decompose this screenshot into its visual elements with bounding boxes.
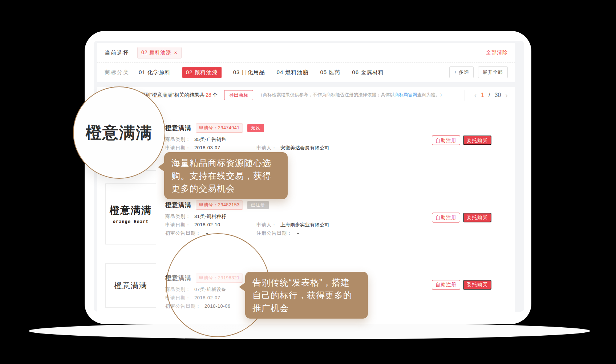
- field-line: 商品类别：35类-广告销售: [165, 137, 329, 142]
- category-item[interactable]: 01 化学原料: [139, 67, 171, 78]
- row-fields: 商品类别：35类-广告销售申请日期：2018-03-07申请人：安徽美达会展有限…: [165, 137, 329, 150]
- field-line: 申请日期：2018-02-10申请人：上海雨步实业有限公司: [165, 222, 329, 227]
- results-count: 28: [204, 92, 212, 98]
- trademark-image-subtext: orange Heart: [113, 219, 149, 224]
- trademark-image: 橙意满满 orange Heart: [105, 183, 156, 244]
- field-value: 2018-02-10: [194, 222, 220, 227]
- status-badge: 已注册: [247, 201, 269, 209]
- self-register-button[interactable]: 自助注册: [432, 136, 460, 145]
- category-item[interactable]: 05 医药: [320, 67, 340, 78]
- expand-all-button[interactable]: 展开全部: [478, 66, 508, 78]
- disclaimer-text-before: （商标检索结果仅供参考，不作为商标能否注册的法律依据；具体以: [258, 92, 394, 97]
- stage: 当前选择 02 颜料油漆 × 全部清除 商标分类 01 化学原料02 颜料油漆0…: [0, 0, 616, 364]
- clear-all-link[interactable]: 全部清除: [486, 49, 508, 56]
- field-value: 安徽美达会展有限公司: [280, 145, 329, 150]
- field-pair: 申请人：安徽美达会展有限公司: [256, 145, 329, 150]
- row-title-line: 橙意满满 申请号：29482153 已注册: [165, 201, 329, 210]
- selected-filter-tag-text: 02 颜料油漆: [141, 49, 171, 56]
- field-line: 初审公告日期：－注册公告日期：－: [165, 231, 329, 236]
- results-count-suffix: 个: [212, 92, 218, 98]
- page-screen: 当前选择 02 颜料油漆 × 全部清除 商标分类 01 化学原料02 颜料油漆0…: [94, 41, 524, 312]
- tooltip-promotion: 告别传统“发表格”，搭建 自己的标行，获得更多的 推广机会: [245, 272, 368, 319]
- field-label: 商品类别：: [165, 137, 191, 142]
- current-selection-row: 当前选择 02 颜料油漆 × 全部清除: [97, 43, 515, 63]
- row-actions: 自助注册 委托购买: [432, 136, 491, 145]
- field-pair: 商品类别：31类-饲料种籽: [165, 214, 256, 219]
- magnifier-circle-1: 橙意满满: [73, 86, 165, 179]
- close-icon[interactable]: ×: [174, 50, 177, 56]
- self-register-button[interactable]: 自助注册: [432, 280, 460, 290]
- magnified-trademark-text: 橙意满满: [86, 122, 153, 143]
- field-label: 商品类别：: [165, 214, 191, 219]
- results-header: 当前为您在线检索到“橙意满满”相关的结果共28个 导出商标 （商标检索结果仅供参…: [97, 87, 515, 103]
- trademark-name: 橙意满满: [165, 124, 191, 132]
- multi-select-button[interactable]: + 多选: [449, 66, 474, 78]
- disclaimer-text-after: 查询为准。）: [417, 92, 444, 97]
- field-value: 35类-广告销售: [194, 137, 226, 142]
- field-pair: 申请日期：2018-02-10: [165, 222, 256, 227]
- field-pair: 申请日期：2018-03-07: [165, 145, 256, 150]
- row-title-line: 橙意满满 申请号：29474941 无效: [165, 124, 329, 133]
- field-value: 31类-饲料种籽: [194, 214, 226, 219]
- trademark-office-link[interactable]: 商标局官网: [394, 92, 417, 97]
- next-page-icon[interactable]: ›: [505, 92, 508, 99]
- trademark-name: 橙意满满: [165, 201, 191, 209]
- trademark-image: 橙意满满: [105, 263, 156, 308]
- field-label: 申请日期：: [165, 222, 191, 227]
- category-label: 商标分类: [105, 69, 129, 76]
- field-label: 申请人：: [256, 145, 277, 150]
- entrust-purchase-button[interactable]: 委托购买: [463, 136, 491, 145]
- selected-filter-tag[interactable]: 02 颜料油漆 ×: [137, 47, 182, 58]
- row-actions: 自助注册 委托购买: [432, 213, 491, 222]
- field-line: 申请日期：2018-03-07申请人：安徽美达会展有限公司: [165, 145, 329, 150]
- export-trademarks-button[interactable]: 导出商标: [224, 90, 253, 100]
- category-item[interactable]: 04 燃料油脂: [277, 67, 309, 78]
- laptop-base: [29, 323, 590, 339]
- field-pair: 商品类别：35类-广告销售: [165, 137, 256, 142]
- category-row: 商标分类 01 化学原料02 颜料油漆03 日化用品04 燃料油脂05 医药06…: [97, 63, 515, 82]
- category-item[interactable]: 02 颜料油漆: [182, 67, 222, 78]
- pagination: ‹ 1 / 30 ›: [465, 90, 508, 101]
- current-selection-label: 当前选择: [105, 49, 129, 56]
- filter-panel: 当前选择 02 颜料油漆 × 全部清除 商标分类 01 化学原料02 颜料油漆0…: [97, 43, 515, 82]
- category-item[interactable]: 06 金属材料: [352, 67, 384, 78]
- application-number-tag: 申请号：29474941: [196, 124, 243, 133]
- category-item[interactable]: 03 日化用品: [233, 67, 265, 78]
- results-disclaimer: （商标检索结果仅供参考，不作为商标能否注册的法律依据；具体以商标局官网查询为准。…: [258, 92, 445, 98]
- trademark-image-text: 橙意满满: [114, 280, 147, 291]
- field-pair: 注册公告日期：－: [256, 231, 301, 236]
- status-badge: 无效: [247, 124, 264, 132]
- trademark-image-text: 橙意满满: [110, 204, 152, 217]
- field-value: 上海雨步实业有限公司: [280, 222, 329, 227]
- row-fields: 商品类别：31类-饲料种籽申请日期：2018-02-10申请人：上海雨步实业有限…: [165, 214, 329, 236]
- field-label: 初审公告日期：: [165, 231, 201, 236]
- entrust-purchase-button[interactable]: 委托购买: [463, 213, 491, 222]
- field-label: 注册公告日期：: [256, 231, 292, 236]
- application-number-tag: 申请号：29482153: [196, 201, 243, 210]
- field-line: 商品类别：31类-饲料种籽: [165, 214, 329, 219]
- category-list: 01 化学原料02 颜料油漆03 日化用品04 燃料油脂05 医药06 金属材料: [139, 67, 384, 78]
- current-page: 1: [481, 92, 484, 98]
- prev-page-icon[interactable]: ‹: [474, 92, 477, 99]
- field-value: 2018-03-07: [194, 145, 220, 150]
- field-value: －: [296, 231, 301, 236]
- page-separator: /: [489, 92, 490, 98]
- self-register-button[interactable]: 自助注册: [432, 213, 460, 222]
- row-actions: 自助注册 委托购买: [432, 280, 491, 290]
- total-pages: 30: [495, 92, 501, 98]
- tooltip-marketplace: 海量精品商标资源随心选 购。支持在线交易，获得 更多的交易机会: [164, 152, 288, 199]
- field-label: 申请人：: [256, 222, 277, 227]
- table-row: 橙意满满 orange Heart 橙意满满 申请号：29482153 已注册 …: [97, 180, 515, 255]
- field-pair: 申请人：上海雨步实业有限公司: [256, 222, 329, 227]
- entrust-purchase-button[interactable]: 委托购买: [463, 280, 491, 290]
- category-buttons: + 多选 展开全部: [449, 66, 508, 78]
- field-label: 申请日期：: [165, 145, 191, 150]
